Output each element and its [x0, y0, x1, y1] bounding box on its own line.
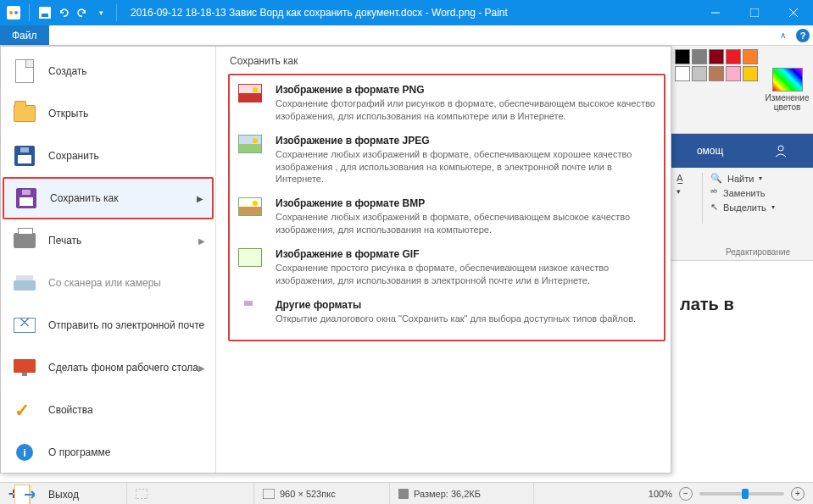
submenu-arrow-icon: ▶	[198, 363, 205, 373]
menu-item-exit[interactable]: Выход	[3, 474, 214, 504]
word-ribbon-editing: A̲ ▾ 🔍Найти▾ ᵃᵇЗаменить ↖Выделить▾ Редак…	[671, 168, 813, 261]
folder-open-icon	[11, 100, 38, 127]
select-button[interactable]: ↖Выделить▾	[710, 202, 806, 213]
ribbon-colors-group: Изменение цветов	[671, 46, 813, 134]
menu-item-wallpaper[interactable]: Сделать фоном рабочего стола ▶	[3, 346, 214, 389]
status-filesize: Размер: 36,2КБ	[390, 483, 534, 504]
menu-item-about[interactable]: i О программе	[3, 431, 214, 474]
save-as-gif[interactable]: Изображение в формате GIFСохранение прос…	[238, 245, 655, 296]
document-text-fragment: лать в	[680, 295, 805, 314]
menu-item-print[interactable]: Печать ▶	[3, 219, 214, 262]
edit-colors-button[interactable]: Изменение цветов	[761, 46, 813, 133]
info-icon: i	[11, 439, 38, 466]
zoom-slider[interactable]	[699, 492, 784, 496]
replace-button[interactable]: ᵃᵇЗаменить	[710, 187, 806, 198]
color-swatch[interactable]	[692, 66, 707, 81]
status-dimensions: 960 × 523пкс	[254, 483, 390, 504]
exit-icon	[11, 481, 38, 504]
file-menu-dropdown: Создать Открыть Сохранить Сохранить как …	[0, 46, 671, 474]
styles-icon[interactable]: A̲	[677, 173, 683, 184]
ribbon-group-label: Редактирование	[711, 247, 805, 257]
svg-rect-0	[7, 6, 20, 19]
jpeg-image-icon	[238, 135, 265, 162]
envelope-icon	[11, 312, 38, 339]
bmp-image-icon	[238, 197, 265, 224]
maximize-button[interactable]	[735, 0, 774, 25]
svg-rect-13	[22, 373, 27, 376]
svg-rect-12	[14, 359, 36, 373]
zoom-in-button[interactable]: +	[791, 487, 805, 501]
color-swatch[interactable]	[709, 66, 724, 81]
color-swatch[interactable]	[675, 49, 690, 64]
save-as-other[interactable]: Другие форматыОткрытие диалогового окна …	[238, 296, 655, 335]
color-swatch[interactable]	[692, 49, 707, 64]
save-as-png[interactable]: Изображение в формате PNGСохранение фото…	[238, 80, 655, 131]
checkmark-icon: ✓	[11, 396, 38, 424]
menu-item-email[interactable]: Отправить по электронной почте	[3, 304, 214, 346]
new-page-icon	[11, 58, 38, 85]
replace-icon: ᵃᵇ	[710, 187, 718, 198]
color-swatch[interactable]	[726, 66, 741, 81]
svg-point-9	[778, 146, 783, 151]
desktop-icon	[11, 354, 38, 381]
gif-image-icon	[238, 248, 265, 275]
word-titlebar-fragment: омощ	[671, 134, 813, 168]
svg-point-2	[14, 11, 18, 14]
minimize-button[interactable]	[696, 0, 735, 25]
floppy-save-icon	[11, 142, 38, 169]
edit-colors-label: Изменение цветов	[765, 93, 810, 112]
word-tab-label: омощ	[697, 145, 723, 157]
other-format-icon	[238, 299, 265, 326]
menu-item-scanner[interactable]: Со сканера или камеры	[3, 262, 214, 304]
disk-icon	[398, 489, 409, 499]
svg-point-1	[9, 11, 13, 14]
qat-save-icon[interactable]	[38, 6, 52, 19]
qat-redo-icon[interactable]	[75, 6, 89, 19]
person-icon	[774, 144, 788, 158]
submenu-arrow-icon: ▶	[198, 236, 205, 246]
svg-rect-11	[16, 275, 33, 280]
find-button[interactable]: 🔍Найти▾	[710, 173, 806, 184]
zoom-percent: 100%	[649, 489, 672, 499]
save-as-jpeg[interactable]: Изображение в формате JPEGСохранение люб…	[238, 131, 655, 195]
qat-undo-icon[interactable]	[57, 6, 70, 19]
zoom-out-button[interactable]: −	[679, 487, 693, 501]
palette-icon	[772, 68, 803, 91]
close-button[interactable]	[774, 0, 813, 25]
save-as-submenu: Сохранить как Изображение в формате PNGС…	[216, 47, 671, 473]
svg-rect-10	[14, 280, 36, 291]
search-icon: 🔍	[710, 173, 722, 184]
color-swatch[interactable]	[726, 49, 741, 64]
menu-item-save-as[interactable]: Сохранить как ▶	[3, 177, 214, 219]
color-swatch[interactable]	[743, 49, 758, 64]
qat-customize-icon[interactable]: ▾	[94, 6, 108, 19]
dimensions-icon	[263, 489, 275, 499]
svg-rect-17	[398, 489, 409, 499]
scanner-icon	[11, 269, 38, 296]
svg-rect-4	[42, 14, 48, 17]
file-menu-list: Создать Открыть Сохранить Сохранить как …	[1, 47, 216, 473]
color-swatch[interactable]	[743, 66, 758, 81]
png-image-icon	[238, 84, 265, 111]
cursor-icon: ↖	[710, 202, 718, 213]
title-bar: ▾ 2016-09-12 18-18-13 Завис Ворд как сох…	[0, 0, 813, 25]
menu-item-properties[interactable]: ✓ Свойства	[3, 389, 214, 431]
submenu-arrow-icon: ▶	[197, 194, 203, 203]
menu-item-open[interactable]: Открыть	[3, 92, 214, 135]
color-swatch[interactable]	[709, 49, 724, 64]
collapse-ribbon-icon[interactable]: ∧	[772, 25, 793, 45]
svg-rect-16	[263, 489, 275, 499]
file-menu-button[interactable]: Файл	[0, 25, 49, 45]
menu-item-save[interactable]: Сохранить	[3, 135, 214, 177]
printer-icon	[11, 227, 38, 254]
color-swatch[interactable]	[675, 66, 690, 81]
app-icon	[7, 6, 20, 19]
help-button[interactable]: ?	[793, 25, 813, 45]
word-document-canvas: лать в	[671, 261, 813, 473]
menu-item-new[interactable]: Создать	[3, 50, 214, 92]
save-as-bmp[interactable]: Изображение в формате BMPСохранение любы…	[238, 194, 655, 245]
window-title: 2016-09-12 18-18-13 Завис Ворд как сохра…	[127, 7, 696, 19]
menu-bar: Файл ∧ ?	[0, 25, 813, 46]
svg-rect-6	[750, 8, 759, 17]
floppy-saveas-icon	[13, 185, 40, 212]
